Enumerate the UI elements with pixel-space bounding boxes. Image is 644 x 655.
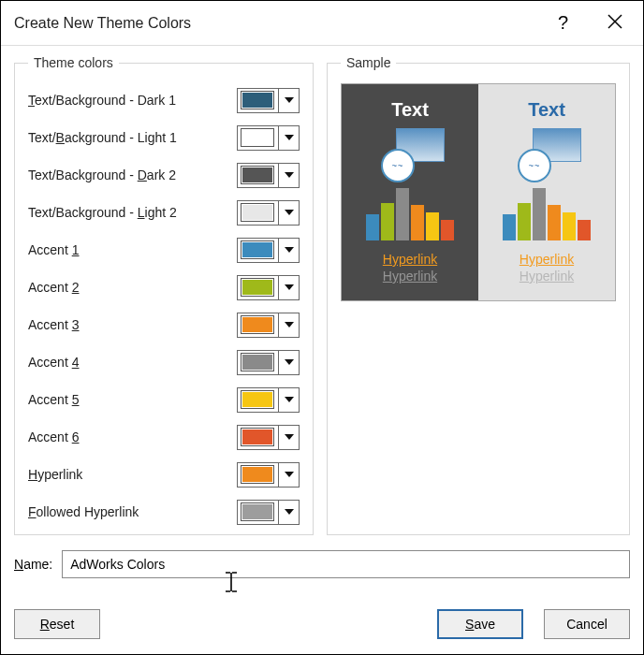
save-button[interactable]: Save (437, 609, 523, 639)
chevron-down-icon (278, 89, 299, 112)
color-swatch (241, 390, 274, 409)
sample-light-shapes: ~~ (512, 128, 581, 182)
color-row: Followed Hyperlink (28, 499, 300, 525)
color-row: Accent 1 (28, 237, 300, 263)
color-picker-button[interactable] (237, 238, 300, 263)
color-row: Accent 2 (28, 274, 300, 300)
sample-legend: Sample (341, 55, 396, 70)
color-swatch (241, 465, 274, 484)
chevron-down-icon (278, 463, 299, 487)
color-picker-button[interactable] (237, 350, 300, 375)
color-row: Accent 4 (28, 349, 300, 375)
chevron-down-icon (278, 388, 299, 412)
color-label: Text/Background - Dark 1 (28, 93, 176, 108)
theme-colors-legend: Theme colors (28, 55, 119, 70)
color-label: Text/Background - Light 1 (28, 130, 177, 145)
chart-bar (396, 188, 409, 240)
sample-light-hyperlink: Hyperlink (520, 252, 574, 267)
chart-bar (503, 214, 516, 240)
color-swatch (241, 91, 274, 109)
color-picker-button[interactable] (237, 163, 300, 188)
sample-dark-text: Text (391, 99, 429, 121)
sample-light-chart (503, 188, 591, 240)
chevron-down-icon (278, 426, 299, 449)
color-row: Text/Background - Dark 1 (28, 87, 300, 113)
color-picker-button[interactable] (237, 200, 300, 226)
reset-button[interactable]: Reset (14, 609, 100, 639)
create-theme-colors-dialog: Create New Theme Colors ? Theme colors T… (0, 0, 644, 655)
color-row: Text/Background - Dark 2 (28, 162, 300, 188)
color-label: Followed Hyperlink (28, 504, 139, 519)
chevron-down-icon (278, 126, 299, 150)
color-label: Accent 5 (28, 392, 80, 407)
chart-bar (533, 188, 546, 240)
color-label: Accent 1 (28, 242, 80, 257)
color-swatch (241, 240, 274, 259)
chart-bar (441, 220, 454, 240)
cancel-button[interactable]: Cancel (544, 609, 630, 639)
chart-bar (578, 220, 591, 240)
chevron-down-icon (278, 239, 299, 262)
sample-shape-circle-icon: ~~ (518, 149, 551, 182)
color-row: Accent 3 (28, 312, 300, 338)
chart-bar (548, 205, 561, 240)
theme-name-input[interactable] (62, 550, 630, 578)
chevron-down-icon (278, 201, 299, 225)
dialog-title: Create New Theme Colors (14, 15, 549, 32)
name-label: Name: (14, 557, 52, 572)
chevron-down-icon (278, 313, 299, 337)
color-picker-button[interactable] (237, 313, 300, 338)
sample-light-text: Text (528, 99, 565, 121)
sample-dark-column: Text ~~ Hyperlink Hyperlink (342, 84, 478, 300)
chart-bar (563, 212, 576, 240)
color-row: Text/Background - Light 2 (28, 199, 300, 226)
color-row: Accent 5 (28, 386, 300, 413)
color-label: Accent 3 (28, 317, 80, 332)
color-label: Hyperlink (28, 467, 82, 482)
color-swatch (241, 428, 274, 446)
color-swatch (241, 128, 274, 147)
color-picker-button[interactable] (237, 462, 300, 488)
color-picker-button[interactable] (237, 387, 300, 413)
color-swatch (241, 353, 274, 371)
color-picker-button[interactable] (237, 425, 300, 450)
chart-bar (426, 212, 439, 240)
color-label: Text/Background - Light 2 (28, 205, 177, 220)
sample-shape-circle-icon: ~~ (381, 149, 415, 182)
sample-group: Sample Text ~~ Hyperlink Hyperlink Text (327, 55, 630, 535)
color-row: Hyperlink (28, 461, 300, 488)
close-icon (607, 17, 622, 32)
color-swatch (241, 278, 274, 297)
color-swatch (241, 315, 274, 334)
chart-bar (381, 203, 394, 240)
color-picker-button[interactable] (237, 500, 300, 525)
sample-dark-chart (366, 188, 454, 240)
chevron-down-icon (278, 164, 299, 187)
dialog-buttons: Reset Save Cancel (1, 596, 643, 654)
color-picker-button[interactable] (237, 125, 300, 151)
theme-colors-group: Theme colors Text/Background - Dark 1Tex… (14, 55, 314, 535)
color-label: Text/Background - Dark 2 (28, 167, 176, 182)
chart-bar (518, 203, 531, 240)
chevron-down-icon (278, 276, 299, 299)
help-button[interactable]: ? (549, 8, 578, 37)
color-swatch (241, 502, 274, 521)
color-picker-button[interactable] (237, 275, 300, 300)
chevron-down-icon (278, 351, 299, 374)
sample-dark-followed-hyperlink: Hyperlink (383, 269, 437, 284)
chart-bar (366, 214, 379, 240)
color-row: Text/Background - Light 1 (28, 124, 300, 151)
color-swatch (241, 203, 274, 222)
color-picker-button[interactable] (237, 88, 300, 113)
sample-light-column: Text ~~ Hyperlink Hyperlink (478, 84, 615, 300)
close-button[interactable] (600, 10, 630, 36)
chart-bar (411, 205, 424, 240)
color-swatch (241, 166, 274, 184)
name-row: Name: (14, 550, 630, 578)
sample-dark-hyperlink: Hyperlink (383, 252, 437, 267)
color-label: Accent 4 (28, 355, 80, 370)
color-label: Accent 2 (28, 280, 80, 295)
sample-light-followed-hyperlink: Hyperlink (520, 269, 574, 284)
color-label: Accent 6 (28, 429, 80, 444)
color-row: Accent 6 (28, 424, 300, 450)
